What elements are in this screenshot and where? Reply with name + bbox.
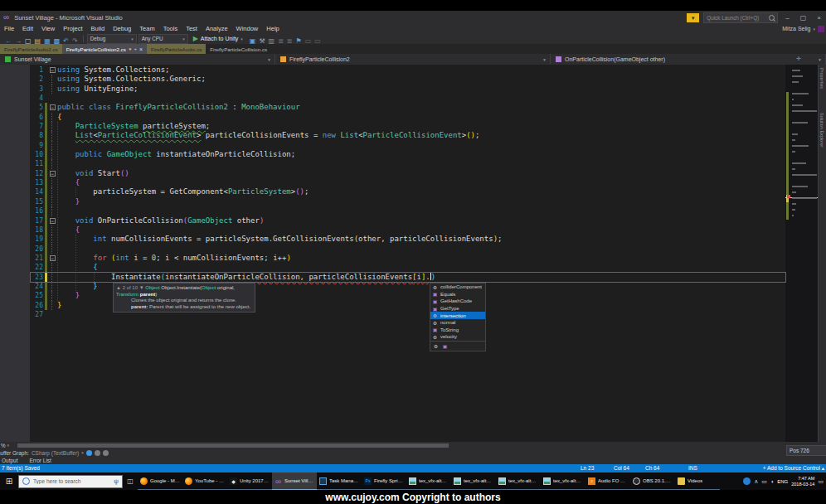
code-line-8[interactable]: 8 List<ParticleCollisionEvent> particleC…	[0, 131, 785, 140]
fold-margin[interactable]: −	[47, 254, 57, 263]
minimize-button[interactable]: –	[782, 14, 792, 22]
taskbar-app-unity-2017-3-0p[interactable]: ◆Unity 2017.3.0p...	[227, 472, 272, 490]
fold-margin[interactable]: −	[47, 103, 57, 112]
user-dropdown-icon[interactable]: ▾	[813, 27, 815, 32]
menu-debug[interactable]: Debug	[109, 25, 135, 32]
tray-expand-icon[interactable]: ∧	[754, 478, 758, 485]
taskbar-app-videos[interactable]: Videos	[675, 472, 720, 490]
taskbar-app-sunset-village[interactable]: ∞Sunset Village - ...	[272, 472, 317, 490]
taskbar-app-task-manager[interactable]: Task Manager	[317, 472, 362, 490]
member-dropdown[interactable]: OnParticleCollision(GameObject other) ▼	[551, 54, 826, 65]
signature-up-icon[interactable]: ▲	[116, 285, 121, 290]
completion-item-ToString[interactable]: ▣ToString	[430, 327, 485, 334]
tab-error-list[interactable]: Error List	[24, 458, 57, 463]
taskbar-app-tex-vfx-alt-parti[interactable]: tex_vfx-alt_parti...	[541, 472, 585, 490]
split-window-icon[interactable]: ✛	[796, 56, 801, 62]
taskbar-app-google-mozilla[interactable]: Google - Mozilla...	[138, 472, 182, 490]
completion-item-GetType[interactable]: ▣GetType	[430, 305, 485, 313]
completion-item-intersection[interactable]: ⚙intersection	[430, 312, 485, 319]
tab-fireflyparticlecollision2-cs[interactable]: FireflyParticleCollision2.cs●+×	[62, 44, 147, 54]
fold-margin[interactable]: −	[47, 216, 57, 225]
tab-output[interactable]: Output	[0, 458, 24, 463]
maximize-button[interactable]: ▢	[797, 14, 810, 22]
buffer-node-icon[interactable]	[103, 450, 109, 456]
completion-item-velocity[interactable]: ⚙velocity	[430, 333, 485, 341]
code-line-16[interactable]: 16	[0, 206, 785, 216]
menu-build[interactable]: Build	[87, 25, 109, 32]
pin-icon[interactable]: +	[134, 46, 138, 51]
code-line-3[interactable]: 3using UnityEngine;	[0, 85, 785, 94]
code-line-5[interactable]: 5−public class FireflyParticleCollision2…	[0, 103, 785, 112]
fold-margin[interactable]: −	[47, 65, 57, 75]
code-editor[interactable]: 1−using System.Collections;2using System…	[0, 65, 826, 442]
code-line-13[interactable]: 13 {	[0, 178, 785, 187]
tab-fireflyparticlecollision-cs[interactable]: FireflyParticleCollision.cs	[206, 44, 271, 54]
menu-team[interactable]: Team	[135, 25, 158, 32]
taskbar-app-tex-vfx-alt-partic[interactable]: tex_vfx-alt_partic...	[406, 472, 451, 490]
clock[interactable]: 7:47 AM 2018-03-14	[791, 476, 814, 487]
code-line-14[interactable]: 14 particleSystem = GetComponent<Particl…	[0, 187, 785, 196]
tab-fireflyparticleaudio-cs[interactable]: FireflyParticleAudio.cs	[147, 44, 206, 54]
code-line-6[interactable]: 6{	[0, 113, 785, 122]
code-line-21[interactable]: 21− for (int i = 0; i < numCollisionEven…	[0, 254, 785, 263]
code-line-2[interactable]: 2using System.Collections.Generic;	[0, 75, 785, 84]
taskbar-app-youtube-mozil[interactable]: YouTube - Mozil...	[182, 472, 227, 490]
filter-property-icon[interactable]: ⚙	[433, 343, 439, 349]
code-line-9[interactable]: 9	[0, 141, 785, 150]
platform-dropdown[interactable]: Any CPU ▾	[138, 34, 188, 44]
network-globe-icon[interactable]	[743, 477, 751, 485]
code-line-11[interactable]: 11	[0, 159, 785, 168]
configuration-dropdown[interactable]: Debug ▾	[87, 34, 137, 44]
taskbar-search-input[interactable]: Type here to search ψ	[18, 475, 123, 488]
taskbar-app-firefly-spritesh[interactable]: PsFirefly Spritesh...	[362, 472, 406, 490]
completion-item-normal[interactable]: ⚙normal	[430, 319, 485, 327]
menu-analyze[interactable]: Analyze	[202, 25, 232, 32]
code-line-20[interactable]: 20	[0, 245, 785, 254]
tab-fireflyparticleaudio2-cs[interactable]: FireflyParticleAudio2.cs	[0, 44, 62, 54]
code-line-22[interactable]: 22 {	[0, 263, 785, 272]
menu-test[interactable]: Test	[182, 25, 202, 32]
close-tab-icon[interactable]: ×	[139, 46, 143, 52]
completion-item-GetHashCode[interactable]: ▣GetHashCode	[430, 298, 485, 305]
taskbar-app-obs-20-1-1-64b[interactable]: OBS 20.1.1 (64b...	[630, 472, 675, 490]
completion-item-colliderComponent[interactable]: ⚙colliderComponent	[430, 284, 485, 291]
feedback-filter-icon[interactable]: ▼	[687, 13, 699, 22]
attach-to-unity-button[interactable]: ▶ Attach to Unity ▾	[190, 35, 246, 42]
tool-window-tab-properties[interactable]: Properties	[819, 68, 824, 89]
code-line-17[interactable]: 17− void OnParticleCollision(GameObject …	[0, 216, 785, 225]
close-button[interactable]: ×	[814, 14, 824, 22]
microphone-icon[interactable]: ψ	[114, 477, 119, 485]
fold-margin[interactable]: −	[47, 169, 57, 178]
volume-icon[interactable]: ◖	[770, 478, 774, 484]
code-line-12[interactable]: 12− void Start()	[0, 169, 785, 178]
signed-in-user[interactable]: Mitza Selig	[782, 26, 810, 32]
quick-launch-input[interactable]: Quick Launch (Ctrl+Q)	[703, 12, 778, 23]
add-to-source-control-button[interactable]: + Add to Source Control ▴	[763, 464, 824, 472]
buffer-globe-icon[interactable]	[86, 450, 92, 456]
menu-tools[interactable]: Tools	[159, 25, 182, 32]
project-dropdown[interactable]: Sunset Village ▼	[0, 54, 275, 65]
tool-window-tab-solution-explorer[interactable]: Solution Explorer	[819, 113, 824, 148]
minimap-scrollbar[interactable]	[785, 65, 818, 442]
filter-method-icon[interactable]: ▣	[442, 343, 448, 349]
type-dropdown[interactable]: FireflyParticleCollision2 ▼	[275, 54, 551, 65]
code-line-15[interactable]: 15 }	[0, 197, 785, 206]
user-avatar[interactable]	[818, 26, 824, 32]
code-line-1[interactable]: 1−using System.Collections;	[0, 65, 785, 75]
buffer-graph-value[interactable]: CSharp (TextBuffer)	[32, 450, 79, 456]
taskbar-app-audio-fo-2-7p[interactable]: ♪Audio FO 2.7p -...	[585, 472, 630, 490]
code-line-4[interactable]: 4	[0, 94, 785, 103]
taskbar-app-tex-vfx-alt-parti[interactable]: tex_vfx-alt_parti...	[451, 472, 496, 490]
taskbar-app-tex-vfx-alt-partic[interactable]: tex_vfx-alt_partic...	[496, 472, 541, 490]
signature-down-icon[interactable]: ▼	[139, 285, 144, 290]
code-line-7[interactable]: 7 ParticleSystem particleSystem;	[0, 122, 785, 131]
buffer-node-icon[interactable]	[95, 450, 100, 456]
horizontal-scrollbar-thumb[interactable]	[17, 443, 449, 448]
code-line-18[interactable]: 18 {	[0, 225, 785, 235]
code-line-19[interactable]: 19 int numCollisionEvents = particleSyst…	[0, 235, 785, 244]
task-view-button[interactable]: ◫	[123, 477, 138, 485]
code-line-10[interactable]: 10 public GameObject instantiateOnPartic…	[0, 150, 785, 159]
display-icon[interactable]: ▭	[761, 478, 767, 485]
completion-item-Equals[interactable]: ▣Equals	[430, 291, 485, 298]
editor-zoom-control[interactable]: 100 % ▾	[0, 443, 9, 448]
